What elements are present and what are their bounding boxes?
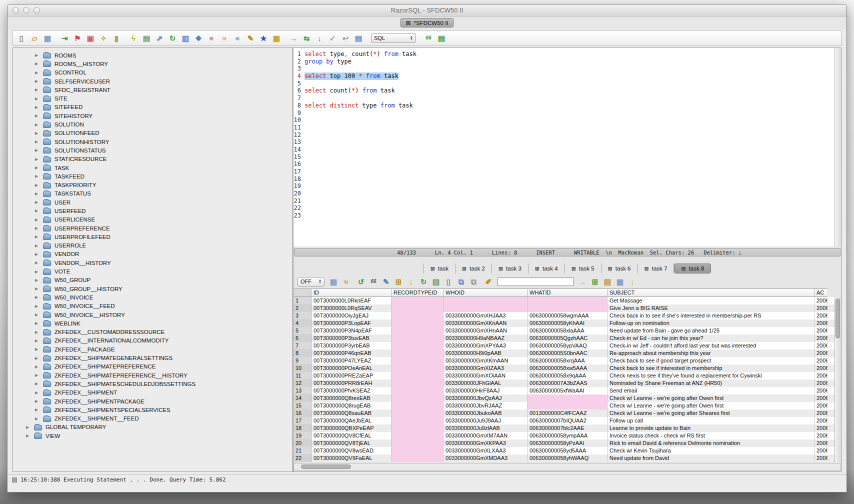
results-search-input[interactable] (498, 278, 574, 286)
table-cell[interactable]: 2006 (814, 447, 828, 454)
table-cell[interactable]: 2006 (814, 440, 828, 447)
table-cell[interactable]: 0033000000GmXKnAAN (444, 320, 528, 327)
table-cell[interactable] (444, 297, 528, 304)
execute-icon[interactable]: ϟ (129, 34, 138, 42)
expand-triangle-icon[interactable]: ▶ (35, 53, 40, 58)
table-cell[interactable]: Follow-up on nomination (608, 320, 814, 327)
table-cell[interactable]: 006300000058xw5AAA (528, 364, 608, 372)
table-cell[interactable] (392, 357, 444, 364)
expand-triangle-icon[interactable]: ▶ (35, 218, 40, 222)
tab-close-icon[interactable]: ⊠ (430, 266, 435, 272)
expand-triangle-icon[interactable]: ▶ (35, 122, 40, 127)
table-cell[interactable]: 00T3000000P46qnEAB (312, 350, 392, 357)
table-cell[interactable]: 00T3000000P3N4pEAF (312, 327, 392, 334)
expand-triangle-icon[interactable]: ▶ (35, 356, 40, 360)
table-cell[interactable]: 006300000058x9qAAA (528, 372, 608, 380)
table-cell[interactable]: 2006 (814, 432, 828, 440)
table-cell[interactable]: 0033000000GmXKmAAN (444, 357, 528, 364)
table-cell[interactable]: Rick to email David & reference Delmonte… (608, 440, 814, 447)
rollback-icon[interactable]: ↩ (341, 34, 350, 42)
table-cell[interactable]: 0033000000GmXKPAA3 (444, 440, 528, 447)
table-cell[interactable]: Check back to see if interested in membe… (608, 364, 814, 372)
tree-item[interactable]: ▶ZKFEDEX__PACKAGE (13, 345, 292, 354)
tab-close-icon[interactable]: ⊠ (572, 266, 576, 272)
tree-item[interactable]: ▶ZKFEDEX__SHIPMENTSPECIALSERVICES (13, 406, 292, 414)
tree-item[interactable]: ▶ROOMS__HISTORY (13, 60, 292, 68)
table-cell[interactable]: 006300000058ypVAAQ (528, 342, 608, 350)
table-cell[interactable] (528, 402, 608, 410)
save-grid-icon[interactable]: ▦ (616, 277, 624, 286)
find-next-icon[interactable]: → (578, 277, 587, 286)
row-number-cell[interactable]: 1 (294, 297, 312, 304)
table-cell[interactable] (392, 387, 444, 394)
tree-item[interactable]: ▶TASK (13, 164, 292, 172)
table-cell[interactable]: 00T3000000QV9FaEAL (312, 454, 392, 462)
table-cell[interactable]: 2006 (814, 364, 828, 372)
splitter-gap[interactable] (294, 256, 841, 262)
expand-triangle-icon[interactable]: ▶ (35, 208, 40, 213)
reload-table-icon[interactable]: ↻ (419, 277, 428, 286)
expand-triangle-icon[interactable]: ▶ (35, 321, 40, 326)
statement-mode-select[interactable]: SQL ▲▼ (371, 33, 416, 43)
expand-triangle-icon[interactable]: ▶ (35, 416, 40, 421)
open-folder-icon[interactable]: ▱ (30, 34, 39, 42)
tree-item[interactable]: ▶SFDC_REGISTRANT (13, 86, 292, 94)
editor-vertical-scrollbar[interactable] (834, 48, 841, 246)
tree-item[interactable]: ▶W50_INVOICE (13, 293, 292, 302)
table-cell[interactable]: 00T3000000P3yrbEAB (312, 342, 392, 350)
table-cell[interactable]: 006300000058yPzAAI (528, 440, 608, 447)
grid-vertical-scroll-thumb[interactable] (836, 298, 840, 338)
row-number-cell[interactable]: 11 (294, 372, 312, 380)
row-number-cell[interactable]: 9 (294, 357, 312, 364)
table-cell[interactable]: 00T3000000QV8CfEAL (312, 432, 392, 440)
table-cell[interactable]: Check-in w/ Jeff - couldn't afford last … (608, 342, 814, 350)
table-cell[interactable]: Need update from Bain - gave go ahead 1/… (608, 327, 814, 334)
table-cell[interactable]: 0033000000Ju9zlAAB (444, 424, 528, 432)
expand-triangle-icon[interactable]: ▶ (35, 140, 40, 144)
save-results-icon[interactable]: ▦ (329, 277, 338, 286)
table-cell[interactable] (392, 454, 444, 462)
table-cell[interactable]: 00T3000000QV8TjEAL (312, 440, 392, 447)
export-icon[interactable]: ⇗ (155, 34, 164, 42)
table-cell[interactable]: 0033000000JbvRJAAZ (444, 402, 528, 410)
table-cell[interactable]: 00T3000000PRR8rEAH (312, 380, 392, 387)
download-icon[interactable]: ↓ (628, 277, 637, 286)
tree-item[interactable]: ▶ZKFEDEX__SHIPMENT (13, 388, 292, 397)
grid-horizontal-scroll-thumb[interactable] (301, 464, 351, 469)
row-number-cell[interactable]: 22 (294, 454, 312, 462)
table-cell[interactable]: 006300000058yd5AAA (528, 447, 608, 454)
table-cell[interactable]: 0033000000JbukoAAB (444, 410, 528, 417)
save-icon[interactable]: ▦ (43, 34, 52, 42)
row-number-cell[interactable]: 8 (294, 350, 312, 357)
table-cell[interactable]: 006300000058yhWAAQ (528, 454, 608, 462)
document-tab[interactable]: ⊠ *SFDCW50 II (400, 18, 454, 28)
table-cell[interactable] (392, 417, 444, 424)
table-cell[interactable]: Check w/ Leanne - we're going after Owen… (608, 394, 814, 402)
table-cell[interactable]: 00T3000000P3tuvEAB (312, 334, 392, 342)
grid-column-header[interactable]: ID (312, 288, 392, 297)
table-cell[interactable]: 00T3000000PREZaEAP (312, 372, 392, 380)
table-cell[interactable]: 006300000058xlaAAA (528, 327, 608, 334)
table-cell[interactable]: 00T3000000L0RqSEAV (312, 304, 392, 312)
expand-triangle-icon[interactable]: ▶ (35, 373, 40, 378)
grid-column-header[interactable]: RECORDTYPEID (392, 288, 444, 297)
align-icon[interactable]: ≡ (233, 34, 242, 42)
expand-triangle-icon[interactable]: ▶ (35, 62, 40, 66)
database-icon[interactable]: ▮ (112, 34, 121, 42)
filter-icon[interactable]: ≈ (342, 277, 350, 286)
table-cell[interactable]: 006300000058yKhAAI (528, 320, 608, 327)
tree-item[interactable]: ▶USERROLE (13, 242, 292, 250)
expand-triangle-icon[interactable]: ▶ (35, 234, 40, 239)
row-number-cell[interactable]: 15 (294, 402, 312, 410)
tree-item[interactable]: ▶W50_GROUP (13, 276, 292, 284)
table-cell[interactable]: 0033000000GmXM7AAN (444, 432, 528, 440)
goto-line-icon[interactable]: 66 (424, 34, 433, 42)
sql-editor[interactable]: 1select type, count(*) from task2group b… (294, 48, 841, 246)
export-results-icon[interactable]: ⊞ (590, 277, 600, 286)
expand-triangle-icon[interactable]: ▶ (35, 304, 40, 308)
table-cell[interactable]: 0013000000C4fFCAAZ (528, 410, 608, 417)
tree-item[interactable]: ▶ZKFEDEX__SHIPMENT__FEED (13, 414, 292, 422)
table-cell[interactable] (392, 297, 444, 304)
tab-close-icon[interactable]: ⊠ (535, 266, 540, 272)
table-cell[interactable]: 0033000000GmXLXAA3 (444, 447, 528, 454)
